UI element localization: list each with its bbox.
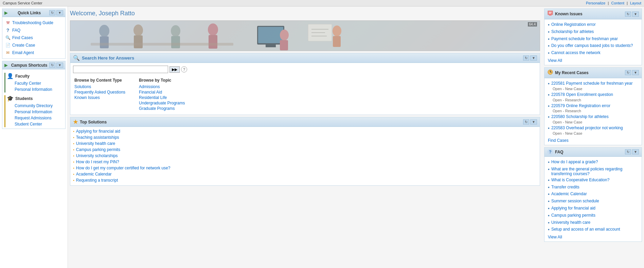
svg-rect-20 bbox=[333, 36, 341, 47]
svg-point-3 bbox=[133, 24, 143, 36]
recent-cases-refresh[interactable]: ↻ bbox=[625, 70, 631, 75]
shortcuts-refresh[interactable]: ↻ bbox=[49, 63, 55, 68]
solutions-menu[interactable]: ▼ bbox=[530, 119, 537, 124]
search-refresh[interactable]: ↻ bbox=[523, 55, 529, 61]
faq-link-3[interactable]: Transfer credits bbox=[551, 185, 579, 189]
solution-link-1[interactable]: Teaching assistantships bbox=[76, 135, 119, 140]
known-issues-content: • Online Registration error • Scholarshi… bbox=[544, 19, 642, 65]
faq-panel: ? FAQ ↻ ▼ • How do I appeal a grade? • W… bbox=[544, 147, 642, 242]
faq-link-5[interactable]: Summer session schedule bbox=[551, 199, 599, 203]
solution-link-3[interactable]: Campus parking permits bbox=[76, 147, 120, 152]
known-issues-controls: ↻ ▼ bbox=[625, 12, 639, 17]
troubleshooting-link[interactable]: ⚒ Troubleshooting Guide bbox=[5, 19, 62, 27]
search-input[interactable] bbox=[73, 66, 168, 73]
faq-link-9[interactable]: Setup and access of an email account bbox=[551, 227, 620, 232]
faq-refresh[interactable]: ↻ bbox=[625, 149, 631, 154]
personalize-link[interactable]: Personalize bbox=[586, 1, 605, 5]
faq-menu[interactable]: ▼ bbox=[632, 149, 639, 154]
svg-rect-12 bbox=[266, 45, 276, 47]
shortcuts-menu[interactable]: ▼ bbox=[56, 63, 63, 68]
search-menu[interactable]: ▼ bbox=[530, 55, 537, 61]
known-issue-link-4[interactable]: Cannot access the network bbox=[551, 50, 601, 55]
search-go-button[interactable]: ▶▶ bbox=[169, 66, 180, 73]
case-link-4[interactable]: 220583 Overhead projector not working bbox=[551, 125, 623, 130]
case-item-3: • 220580 Scholarship for athletes Open -… bbox=[548, 114, 638, 125]
known-issues-refresh[interactable]: ↻ bbox=[625, 12, 631, 17]
faq-link-0[interactable]: How do I appeal a grade? bbox=[551, 160, 598, 164]
known-issues-browse-link[interactable]: Known Issues bbox=[74, 95, 125, 100]
bullet-1: • bbox=[73, 135, 74, 139]
faq-item-0: • How do I appeal a grade? bbox=[548, 159, 638, 166]
solution-item-5: • How do I reset my PIN? bbox=[70, 159, 540, 165]
content-link[interactable]: Content bbox=[611, 1, 624, 5]
bullet-6: • bbox=[73, 166, 74, 170]
known-issue-link-1[interactable]: Scholarship for athletes bbox=[551, 29, 594, 34]
known-issue-link-0[interactable]: Online Registration error bbox=[551, 22, 596, 27]
faq-link-8[interactable]: University health care bbox=[551, 220, 590, 225]
case-link-0[interactable]: 220581 Payment schedule for freshman yea… bbox=[551, 81, 633, 86]
admissions-link[interactable]: Admissions bbox=[139, 84, 185, 89]
faculty-center-link[interactable]: Faculty Center bbox=[7, 80, 63, 86]
layout-link[interactable]: Layout bbox=[630, 1, 641, 5]
faq-view-all[interactable]: View All bbox=[548, 235, 638, 239]
solution-link-5[interactable]: How do I reset my PIN? bbox=[76, 160, 119, 164]
grad-link[interactable]: Graduate Programs bbox=[139, 106, 185, 111]
case-status-1: Open - Research bbox=[548, 98, 638, 102]
solution-link-7[interactable]: Academic Calendar bbox=[76, 172, 112, 177]
solution-link-8[interactable]: Requesting a transcript bbox=[76, 178, 118, 183]
recent-cases-menu[interactable]: ▼ bbox=[632, 70, 639, 75]
solution-link-2[interactable]: University health care bbox=[76, 141, 115, 146]
known-issue-link-2[interactable]: Payment schedule for freshman year bbox=[551, 36, 618, 41]
quick-links-menu[interactable]: ▼ bbox=[56, 10, 63, 15]
students-label: Students bbox=[15, 96, 33, 101]
solutions-header: ★ Top Solutions ↻ ▼ bbox=[70, 117, 540, 127]
undergrad-link[interactable]: Undergraduate Programs bbox=[139, 100, 185, 106]
faq-link[interactable]: ? FAQ bbox=[5, 27, 62, 34]
faq-link-4[interactable]: Academic Calendar bbox=[551, 191, 587, 196]
known-issue-link-3[interactable]: Do you offer campus based jobs to studen… bbox=[551, 43, 633, 48]
find-cases-link[interactable]: 🔍 Find Cases bbox=[5, 34, 62, 41]
solutions-browse-link[interactable]: Solutions bbox=[74, 84, 125, 89]
known-issues-title: Known Issues bbox=[555, 12, 583, 16]
faq-link-1[interactable]: What are the general policies regarding … bbox=[551, 167, 638, 176]
residential-life-link[interactable]: Residential Life bbox=[139, 95, 185, 100]
solution-link-0[interactable]: Applying for financial aid bbox=[76, 129, 120, 134]
faq-link-7[interactable]: Campus parking permits bbox=[551, 213, 595, 218]
faq-item-2: • What is Cooperative Education? bbox=[548, 177, 638, 184]
faq-item-9: • Setup and access of an email account bbox=[548, 226, 638, 233]
known-issues-menu[interactable]: ▼ bbox=[632, 12, 639, 17]
solutions-controls: ↻ ▼ bbox=[523, 119, 537, 124]
financial-aid-link[interactable]: Financial Aid bbox=[139, 89, 185, 95]
known-issue-0: • Online Registration error bbox=[548, 21, 638, 29]
svg-rect-21 bbox=[548, 11, 553, 15]
left-sidebar: ▶ Quick Links ↻ ▼ ⚒ Troubleshooting Guid… bbox=[0, 6, 68, 268]
search-title: Search Here for Answers bbox=[82, 55, 134, 61]
find-cases-bottom-link[interactable]: Find Cases bbox=[548, 138, 638, 143]
faq-item-6: • Applying for financial aid bbox=[548, 205, 638, 212]
case-link-2[interactable]: 220579 Online Registration error bbox=[551, 103, 610, 108]
faq-link-2[interactable]: What is Cooperative Education? bbox=[551, 178, 609, 182]
student-personal-info-link[interactable]: Personal Information bbox=[7, 109, 63, 115]
faculty-header: 👤 Faculty bbox=[7, 73, 63, 79]
case-link-1[interactable]: 220578 Open Enrollment question bbox=[551, 92, 613, 97]
search-icon: 🔍 bbox=[5, 35, 11, 40]
community-dir-link[interactable]: Community Directory bbox=[7, 103, 63, 109]
solution-link-6[interactable]: How do I get my computer certified for n… bbox=[76, 166, 170, 170]
bullet-5: • bbox=[73, 160, 74, 164]
faq-link-6[interactable]: Applying for financial aid bbox=[551, 206, 595, 211]
welcome-title: Welcome, Joseph Ratto bbox=[70, 9, 540, 18]
request-admissions-link[interactable]: Request Admissions bbox=[7, 115, 63, 121]
faq-browse-link[interactable]: Frequently Asked Questions bbox=[74, 89, 125, 95]
student-center-link[interactable]: Student Center bbox=[7, 121, 63, 127]
case-link-3[interactable]: 220580 Scholarship for athletes bbox=[551, 114, 609, 119]
solution-link-4[interactable]: University scholarships bbox=[76, 153, 118, 158]
solution-item-8: • Requesting a transcript bbox=[70, 177, 540, 183]
create-case-link[interactable]: 📄 Create Case bbox=[5, 41, 62, 49]
known-issues-view-all[interactable]: View All bbox=[548, 58, 638, 63]
solutions-refresh[interactable]: ↻ bbox=[523, 119, 529, 124]
quick-links-header: ▶ Quick Links ↻ ▼ bbox=[2, 9, 65, 17]
faculty-personal-info-link[interactable]: Personal Information bbox=[7, 86, 63, 93]
search-help-button[interactable]: ? bbox=[181, 66, 187, 72]
quick-links-refresh[interactable]: ↻ bbox=[49, 10, 55, 15]
email-agent-link[interactable]: ✉ Email Agent bbox=[5, 49, 62, 56]
